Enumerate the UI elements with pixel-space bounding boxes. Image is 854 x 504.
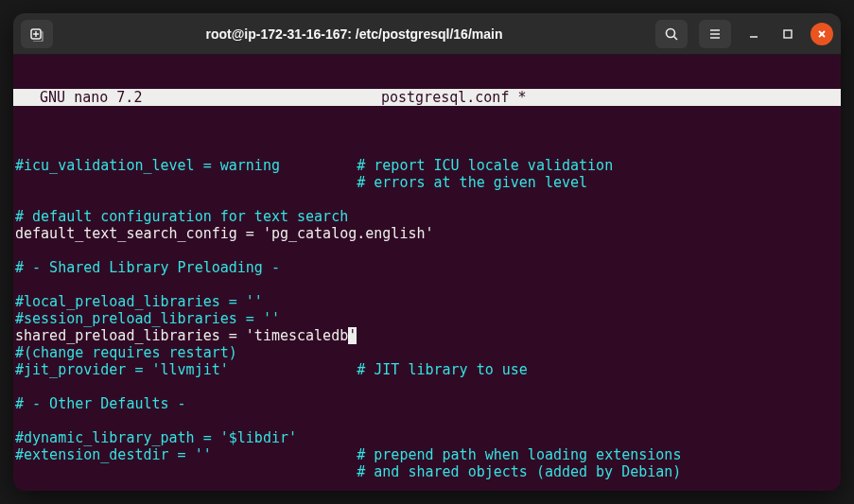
editor-line: #(change requires restart) bbox=[15, 344, 237, 361]
editor-line: # prepend path when loading extensions bbox=[357, 446, 681, 463]
search-button[interactable] bbox=[655, 20, 688, 48]
editor-line: # and shared objects (added by Debian) bbox=[15, 463, 681, 480]
search-icon bbox=[664, 26, 679, 42]
new-tab-button[interactable] bbox=[21, 20, 53, 48]
new-tab-icon bbox=[29, 26, 44, 42]
maximize-button[interactable] bbox=[776, 23, 799, 45]
nano-filename: postgresql.conf * bbox=[66, 89, 841, 106]
editor-content[interactable]: #icu_validation_level = warning # report… bbox=[13, 140, 841, 491]
editor-line: #jit_provider = 'llvmjit' bbox=[15, 361, 229, 378]
editor-line: #local_preload_libraries = '' bbox=[15, 293, 263, 310]
editor-line: #extension_destdir = '' bbox=[15, 446, 212, 463]
editor-line: # report ICU locale validation bbox=[357, 157, 613, 174]
window-title: root@ip-172-31-16-167: /etc/postgresql/1… bbox=[61, 26, 648, 42]
editor-line: default_text_search_config = 'pg_catalog… bbox=[15, 225, 434, 242]
close-button[interactable] bbox=[810, 23, 833, 45]
editor-line: # default configuration for text search bbox=[15, 208, 348, 225]
editor-line: #icu_validation_level = warning bbox=[15, 157, 280, 174]
menu-button[interactable] bbox=[699, 20, 731, 48]
editor-line: shared_preload_libraries = 'timescaledb bbox=[15, 327, 348, 344]
maximize-icon bbox=[782, 28, 793, 40]
minimize-button[interactable] bbox=[742, 23, 765, 45]
hamburger-icon bbox=[707, 26, 723, 42]
editor-line: # - Shared Library Preloading - bbox=[15, 259, 280, 276]
terminal-window: root@ip-172-31-16-167: /etc/postgresql/1… bbox=[13, 13, 841, 491]
terminal-area[interactable]: GNU nano 7.2 postgresql.conf * #icu_vali… bbox=[13, 55, 841, 491]
editor-line: # - Other Defaults - bbox=[15, 395, 186, 412]
cursor: ' bbox=[348, 327, 357, 344]
editor-line: # JIT library to use bbox=[357, 361, 528, 378]
svg-line-2 bbox=[674, 36, 678, 40]
editor-line: #dynamic_library_path = '$libdir' bbox=[15, 429, 297, 446]
nano-header: GNU nano 7.2 postgresql.conf * bbox=[13, 89, 841, 106]
svg-rect-7 bbox=[784, 30, 792, 38]
editor-line: #session_preload_libraries = '' bbox=[15, 310, 280, 327]
editor-line: # errors at the given level bbox=[15, 174, 587, 191]
titlebar: root@ip-172-31-16-167: /etc/postgresql/1… bbox=[13, 13, 841, 55]
svg-point-1 bbox=[667, 28, 675, 37]
minimize-icon bbox=[748, 28, 759, 40]
close-icon bbox=[816, 28, 828, 40]
